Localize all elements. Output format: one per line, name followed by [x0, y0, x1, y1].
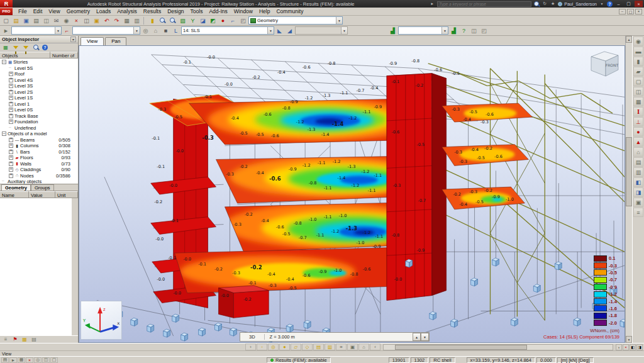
- keyword-search-input[interactable]: [437, 1, 531, 7]
- column-value[interactable]: Value: [29, 191, 55, 198]
- tree-item-bars[interactable]: \Bars0/152: [0, 149, 78, 155]
- tree-expander-icon[interactable]: [9, 84, 13, 88]
- bar-question-icon[interactable]: ⌐: [62, 26, 72, 35]
- window-cascade-icon[interactable]: ◰: [479, 26, 489, 35]
- menu-help[interactable]: Help: [256, 8, 273, 16]
- search-flyout-icon[interactable]: ▸: [429, 1, 435, 7]
- new-project-icon[interactable]: ▢: [1, 16, 11, 25]
- material-tool-icon[interactable]: ●: [633, 127, 643, 137]
- edit-chart-icon[interactable]: ◩: [208, 16, 218, 25]
- menu-design[interactable]: Design: [164, 8, 187, 16]
- object-tool-icon[interactable]: ▦: [633, 97, 643, 106]
- tree-item-roof[interactable]: Roof: [0, 71, 78, 77]
- tab-view[interactable]: View: [80, 37, 104, 45]
- block-icon[interactable]: ■: [161, 26, 170, 35]
- tree-expander-icon[interactable]: [9, 90, 13, 94]
- filter-edit-icon[interactable]: [22, 44, 30, 51]
- help-icon[interactable]: ?: [607, 1, 613, 7]
- column-number-of[interactable]: Number of ...: [50, 52, 78, 58]
- paste-icon[interactable]: ▣: [92, 16, 101, 25]
- menu-add-ins[interactable]: Add-Ins: [206, 8, 230, 16]
- tree-expander-icon[interactable]: [9, 162, 13, 166]
- tree-item-nodes[interactable]: ∴Nodes0/3586: [0, 173, 78, 179]
- table-tool-icon[interactable]: ▥: [633, 167, 643, 177]
- snap-prev-icon[interactable]: ›: [245, 343, 256, 350]
- calc-gear-icon[interactable]: ●: [218, 16, 228, 25]
- copy-icon[interactable]: ◫: [82, 16, 91, 25]
- vertical-scrollbar[interactable]: ▲ ▼: [625, 36, 632, 343]
- bar-tool-icon[interactable]: ▬: [633, 47, 643, 56]
- mesh-tool-icon[interactable]: ▤: [633, 157, 643, 167]
- view-mode-label[interactable]: 3D: [240, 334, 265, 340]
- snap-object-icon[interactable]: ▣: [347, 343, 358, 350]
- load-case-selector[interactable]: 14: SLS ▼: [181, 26, 274, 35]
- cursor-mode-icon[interactable]: ►: [9, 357, 17, 363]
- window-split-icon[interactable]: ◫: [469, 26, 479, 35]
- calculator-icon[interactable]: ▦: [122, 16, 131, 25]
- menu-geometry[interactable]: Geometry: [64, 8, 93, 16]
- send-mail-icon[interactable]: ✉: [52, 16, 61, 25]
- export-icon[interactable]: ▤: [30, 336, 38, 343]
- result-layout-icon[interactable]: ▟: [388, 26, 397, 35]
- notes-icon[interactable]: ▤: [1, 357, 9, 363]
- case-question-icon[interactable]: L: [171, 26, 180, 35]
- result-apply-icon[interactable]: ▟: [449, 26, 458, 35]
- menu-tools[interactable]: Tools: [187, 8, 206, 16]
- tree-item-beams[interactable]: —Beams0/505: [0, 137, 78, 143]
- robot-pro-badge[interactable]: PRO: [0, 8, 13, 15]
- z-up-icon[interactable]: ▲: [413, 333, 421, 341]
- tree-item-undefined[interactable]: Undefined: [0, 125, 78, 131]
- tree-expander-icon[interactable]: [9, 155, 13, 160]
- snap-center-icon[interactable]: ●: [279, 343, 290, 350]
- minimize-button[interactable]: –: [614, 1, 623, 7]
- tab-geometry[interactable]: Geometry: [1, 184, 31, 191]
- snap-collapse-icon[interactable]: ‹: [370, 343, 380, 350]
- cut-mode-icon[interactable]: ×: [26, 357, 33, 363]
- scene-container[interactable]: -0.3-0.4-0.5-0.5-0.6-0.6-0.8-1.2-1.3-1.4…: [79, 45, 625, 343]
- grid-mode-icon[interactable]: ▦: [18, 357, 25, 363]
- snap-axis-icon[interactable]: ≡: [336, 343, 347, 350]
- view-right-tool-icon[interactable]: ◨: [633, 187, 643, 197]
- node-tool-icon[interactable]: ◉: [633, 36, 643, 46]
- sync-icon[interactable]: ↻: [541, 1, 548, 7]
- tree-expander-icon[interactable]: [9, 167, 13, 172]
- print-icon[interactable]: ▤: [31, 16, 41, 25]
- menu-loads[interactable]: Loads: [93, 8, 114, 16]
- tree-item-level-1s[interactable]: Level 1S: [0, 95, 78, 101]
- tree-item-track-base[interactable]: Track Base: [0, 113, 78, 120]
- z-level-label[interactable]: Z = 3.000 m: [265, 334, 413, 340]
- vscroll-thumb[interactable]: [626, 137, 632, 206]
- preferences-wrench-icon[interactable]: ⌐: [228, 16, 238, 25]
- tree-expander-icon[interactable]: [9, 143, 13, 148]
- tree-item-level-5s[interactable]: Level 5S: [0, 65, 78, 72]
- snap-corner-icon[interactable]: ◇: [302, 343, 313, 350]
- story-tool-icon[interactable]: ⌂: [633, 147, 643, 157]
- menu-results[interactable]: Results: [140, 8, 164, 16]
- tree-expander-icon[interactable]: [9, 150, 13, 154]
- cladding-tool-icon[interactable]: ◫: [633, 87, 643, 96]
- snap-edge-icon[interactable]: ▱: [291, 343, 301, 350]
- save-icon[interactable]: ▣: [21, 16, 31, 25]
- column-name[interactable]: Name: [0, 191, 29, 198]
- window-mode-icon[interactable]: ▢: [50, 357, 58, 363]
- search-go-icon[interactable]: [533, 1, 540, 7]
- tree-item-claddings[interactable]: ◇Claddings0/90: [0, 167, 78, 173]
- tree-item-walls[interactable]: ▮Walls0/73: [0, 161, 78, 167]
- rotate-view-icon[interactable]: ◎: [141, 26, 150, 35]
- select-branch-icon[interactable]: Y: [188, 16, 197, 25]
- hscroll-thumb[interactable]: [395, 345, 527, 350]
- tab-groups[interactable]: Groups: [31, 184, 54, 191]
- snap-int-icon[interactable]: ▥: [325, 343, 335, 350]
- zoom-icon[interactable]: [158, 16, 167, 25]
- view-cube[interactable]: FRONT: [586, 48, 622, 80]
- node-selection-combo[interactable]: ▼: [11, 26, 62, 35]
- floor-tool-icon[interactable]: ▰: [633, 67, 643, 76]
- tree-expander-icon[interactable]: [9, 114, 13, 118]
- snap-grid-icon[interactable]: ▫: [257, 343, 267, 350]
- zoom-window-icon[interactable]: [168, 16, 177, 25]
- view-chart-icon[interactable]: ◪: [198, 16, 208, 25]
- result-combo[interactable]: ▼: [398, 26, 448, 35]
- snap-node-icon[interactable]: ◎: [268, 343, 279, 350]
- print-preview-icon[interactable]: ◫: [42, 16, 51, 25]
- tree-item-objects-of-a-model[interactable]: Objects of a model: [0, 131, 78, 137]
